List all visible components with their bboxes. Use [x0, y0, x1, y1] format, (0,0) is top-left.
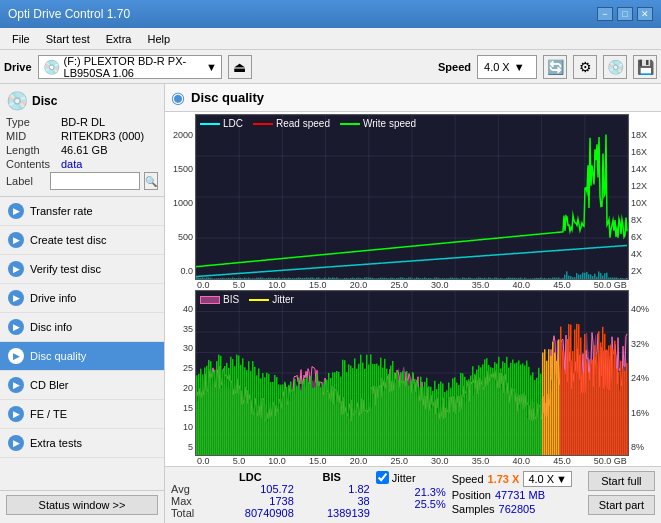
status-window-button[interactable]: Status window >>: [6, 495, 158, 515]
x-bot-50: 50.0 GB: [594, 456, 627, 466]
disc-button[interactable]: 💿: [603, 55, 627, 79]
minimize-button[interactable]: −: [597, 7, 613, 21]
speed-dropdown-value: 4.0 X: [528, 473, 554, 485]
sidebar-status: Status window >>: [0, 490, 164, 523]
y-right-6x: 6X: [631, 232, 653, 242]
y-right-12x: 12X: [631, 181, 653, 191]
drive-selector[interactable]: 💿 (F:) PLEXTOR BD-R PX-LB950SA 1.06 ▼: [38, 55, 222, 79]
speed-dropdown-arrow: ▼: [556, 473, 567, 485]
fe-te-icon: ▶: [8, 406, 24, 422]
menu-extra[interactable]: Extra: [98, 31, 140, 47]
refresh-button[interactable]: 🔄: [543, 55, 567, 79]
x-bot-5: 5.0: [233, 456, 246, 466]
start-full-button[interactable]: Start full: [588, 471, 655, 491]
verify-test-disc-icon: ▶: [8, 261, 24, 277]
eject-button[interactable]: ⏏: [228, 55, 252, 79]
y-bot-10: 10: [167, 422, 193, 432]
sidebar-item-fe-te[interactable]: ▶ FE / TE: [0, 400, 164, 429]
close-button[interactable]: ✕: [637, 7, 653, 21]
max-label: Max: [171, 495, 207, 507]
ldc-header: LDC: [207, 471, 294, 483]
ldc-legend-label: LDC: [223, 118, 243, 129]
x-top-20: 20.0: [350, 280, 368, 290]
jitter-legend-color: [249, 299, 269, 301]
cd-bler-label: CD Bler: [30, 379, 69, 391]
transfer-rate-icon: ▶: [8, 203, 24, 219]
sidebar: 💿 Disc Type BD-R DL MID RITEKDR3 (000) L…: [0, 84, 165, 523]
avg-bis: 1.82: [294, 483, 370, 495]
speed-dropdown[interactable]: 4.0 X ▼: [523, 471, 572, 487]
disc-label-input[interactable]: [50, 172, 140, 190]
sidebar-item-verify-test-disc[interactable]: ▶ Verify test disc: [0, 255, 164, 284]
top-legend: LDC Read speed Write speed: [200, 118, 416, 129]
x-top-0: 0.0: [197, 280, 210, 290]
title-bar: Opti Drive Control 1.70 − □ ✕: [0, 0, 661, 28]
x-top-30: 30.0: [431, 280, 449, 290]
drive-dropdown-arrow[interactable]: ▼: [206, 61, 217, 73]
x-bot-0: 0.0: [197, 456, 210, 466]
read-speed-legend-label: Read speed: [276, 118, 330, 129]
jitter-label: Jitter: [392, 472, 416, 484]
samples-stat-label: Samples: [452, 503, 495, 515]
x-bot-40: 40.0: [512, 456, 530, 466]
sidebar-item-transfer-rate[interactable]: ▶ Transfer rate: [0, 197, 164, 226]
speed-position-area: Speed 1.73 X 4.0 X ▼ Position 47731 MB S…: [452, 471, 582, 515]
maximize-button[interactable]: □: [617, 7, 633, 21]
disc-contents-label: Contents: [6, 158, 61, 170]
save-button[interactable]: 💾: [633, 55, 657, 79]
x-bot-10: 10.0: [268, 456, 286, 466]
top-chart: [196, 115, 628, 279]
disc-mid-label: MID: [6, 130, 61, 142]
disc-label-row: Label 🔍: [6, 172, 158, 190]
x-bot-45: 45.0: [553, 456, 571, 466]
speed-label: Speed: [438, 61, 471, 73]
y-right-14x: 14X: [631, 164, 653, 174]
main-content: 💿 Disc Type BD-R DL MID RITEKDR3 (000) L…: [0, 84, 661, 523]
avg-jitter: 21.3%: [376, 486, 446, 498]
sidebar-item-create-test-disc[interactable]: ▶ Create test disc: [0, 226, 164, 255]
y-right-10x: 10X: [631, 198, 653, 208]
speed-dropdown-arrow[interactable]: ▼: [514, 61, 525, 73]
disc-contents-row: Contents data: [6, 158, 158, 170]
y-bot-35: 35: [167, 324, 193, 334]
jitter-checkbox[interactable]: [376, 471, 389, 484]
total-bis: 1389139: [294, 507, 370, 519]
disc-panel-header: 💿 Disc: [6, 90, 158, 112]
start-part-button[interactable]: Start part: [588, 495, 655, 515]
menu-file[interactable]: File: [4, 31, 38, 47]
speed-selector[interactable]: 4.0 X ▼: [477, 55, 537, 79]
avg-ldc: 105.72: [207, 483, 294, 495]
stats-table: LDC BIS Avg 105.72 1.82 Max 1738 38 To: [171, 471, 370, 519]
app-title: Opti Drive Control 1.70: [8, 7, 130, 21]
disc-type-row: Type BD-R DL: [6, 116, 158, 128]
y-right-16pct: 16%: [631, 408, 653, 418]
speed-stat-label: Speed: [452, 473, 484, 485]
y-right-18x: 18X: [631, 130, 653, 140]
disc-label-button[interactable]: 🔍: [144, 172, 158, 190]
write-speed-legend-label: Write speed: [363, 118, 416, 129]
y-bot-15: 15: [167, 403, 193, 413]
menu-start-test[interactable]: Start test: [38, 31, 98, 47]
y-top-0: 0.0: [167, 266, 193, 276]
y-bot-5: 5: [167, 442, 193, 452]
bottom-legend: BIS Jitter: [200, 294, 294, 305]
x-bot-25: 25.0: [390, 456, 408, 466]
sidebar-item-disc-info[interactable]: ▶ Disc info: [0, 313, 164, 342]
disc-info-label: Disc info: [30, 321, 72, 333]
disc-mid-value: RITEKDR3 (000): [61, 130, 144, 142]
y-right-4x: 4X: [631, 249, 653, 259]
bis-legend-label: BIS: [223, 294, 239, 305]
sidebar-item-extra-tests[interactable]: ▶ Extra tests: [0, 429, 164, 458]
disc-quality-label: Disc quality: [30, 350, 86, 362]
read-speed-legend-color: [253, 123, 273, 125]
sidebar-item-disc-quality[interactable]: ▶ Disc quality: [0, 342, 164, 371]
sidebar-item-drive-info[interactable]: ▶ Drive info: [0, 284, 164, 313]
y-right-24pct: 24%: [631, 373, 653, 383]
window-controls: − □ ✕: [597, 7, 653, 21]
transfer-rate-label: Transfer rate: [30, 205, 93, 217]
disc-length-value: 46.61 GB: [61, 144, 107, 156]
menu-help[interactable]: Help: [139, 31, 178, 47]
settings-button[interactable]: ⚙: [573, 55, 597, 79]
extra-tests-icon: ▶: [8, 435, 24, 451]
sidebar-item-cd-bler[interactable]: ▶ CD Bler: [0, 371, 164, 400]
